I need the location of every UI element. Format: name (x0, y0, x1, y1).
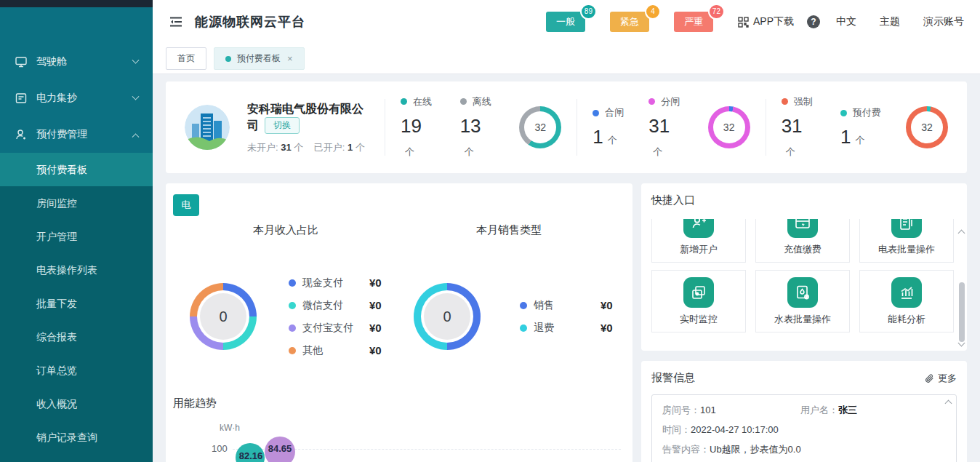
alarm-normal-count-badge: 89 (580, 4, 597, 20)
sidebar-item-batch-send[interactable]: 批量下发 (0, 287, 153, 320)
realtime-monitor-icon (690, 284, 707, 301)
scrollbar-thumb[interactable] (959, 282, 965, 342)
alarm-urgent-count-badge: 4 (645, 4, 661, 20)
trend-y-tick: 100 (212, 443, 228, 454)
alarm-info-panel: 报警信息 更多 房间号：101 用户名：张三 (641, 361, 967, 462)
alarm-title: 报警信息 (651, 371, 695, 385)
top-header: 能源物联网云平台 一般 89 紧急 4 严重 72 APP下载 (153, 0, 980, 44)
legend-item-alipay: 支付宝支付¥0 (289, 316, 382, 339)
sidebar-item-cockpit[interactable]: 驾驶舱 (0, 44, 153, 80)
alarm-more-link[interactable]: 更多 (924, 372, 957, 385)
company-info: 安科瑞电气股份有限公司切换 未开户: 31 个 已开户: 1 个 (247, 100, 369, 154)
tab-home[interactable]: 首页 (166, 47, 206, 70)
sidebar-menu: 驾驶舱 电力集抄 预付费管理 (0, 44, 153, 153)
company-summary-card: 安科瑞电气股份有限公司切换 未开户: 31 个 已开户: 1 个 在线 19个 … (166, 81, 967, 173)
income-legend: 现金支付¥0 微信支付¥0 支付宝支付¥0 其他¥0 (289, 271, 382, 362)
closed-dot (593, 110, 599, 116)
tab-bar: 首页 预付费看板 × (153, 44, 980, 74)
alarm-content-value: Ub越限，抄表值为0.0 (710, 439, 801, 459)
sidebar-item-label: 电力集抄 (36, 92, 77, 105)
sales-donut-chart: 0 (414, 283, 481, 350)
qr-code-icon (738, 17, 749, 28)
tile-recharge[interactable]: 充值缴费 (755, 219, 850, 263)
pie-charts: 本月收入占比 0 现金支付¥0 微信支付¥0 支付宝支付¥0 其他¥0 (166, 183, 632, 362)
switch-company-button[interactable]: 切换 (265, 117, 300, 134)
tile-realtime-monitor[interactable]: 实时监控 (651, 270, 746, 332)
quick-entry-panel: 快捷入口 新增开户 充值缴费 (641, 183, 967, 351)
online-status-group: 在线 19个 离线 13个 32 (401, 95, 561, 160)
alarm-user-value: 张三 (838, 400, 857, 420)
quick-entry-title: 快捷入口 (651, 194, 957, 207)
alarm-urgent-button[interactable]: 紧急 4 (610, 12, 649, 32)
sidebar-item-label: 驾驶舱 (36, 55, 67, 68)
sidebar-item-power-reading[interactable]: 电力集抄 (0, 80, 153, 116)
sidebar-item-close-records[interactable]: 销户记录查询 (0, 421, 153, 454)
app-window: 驾驶舱 电力集抄 预付费管理 预付费看板 房间监控 开户管理 电表操作列表 批量… (0, 0, 980, 462)
income-pie-block: 本月收入占比 0 现金支付¥0 微信支付¥0 支付宝支付¥0 其他¥0 (166, 223, 406, 362)
stat-open-switch: 分闸 31个 (648, 95, 683, 160)
trend-point-1-label: 82.16 (231, 450, 270, 461)
tile-meter-batch[interactable]: 电表批量操作 (859, 219, 954, 263)
sidebar-item-prepaid-mgmt[interactable]: 预付费管理 (0, 116, 153, 153)
company-avatar (185, 105, 230, 150)
online-dot (401, 98, 407, 105)
water-meter-batch-icon (794, 284, 811, 301)
account-menu[interactable]: 演示账号 (923, 15, 964, 28)
alarm-severe-button[interactable]: 严重 72 (674, 12, 713, 32)
page-title: 能源物联网云平台 (195, 13, 305, 31)
tab-close-icon[interactable]: × (287, 53, 293, 64)
sidebar-item-account-open[interactable]: 开户管理 (0, 220, 153, 253)
sales-legend: 销售¥0 退费¥0 (520, 294, 613, 339)
recharge-pay-icon (794, 219, 811, 231)
scroll-up-icon[interactable] (958, 230, 965, 237)
dashboard-row: 电 本月收入占比 0 现金支付¥0 微信支付¥0 (166, 183, 967, 462)
sidebar-item-prepaid-board[interactable]: 预付费看板 (0, 153, 153, 186)
income-pie-title: 本月收入占比 (166, 223, 406, 238)
right-column: 快捷入口 新增开户 充值缴费 (641, 183, 967, 462)
alarm-time-value: 2022-04-27 10:17:00 (691, 420, 779, 439)
sidebar: 驾驶舱 电力集抄 预付费管理 预付费看板 房间监控 开户管理 电表操作列表 批量… (0, 0, 153, 462)
dashboard-icon (15, 55, 28, 68)
help-icon[interactable]: ? (807, 15, 820, 28)
alarm-normal-button[interactable]: 一般 89 (546, 12, 585, 32)
open-dot (648, 98, 655, 105)
stat-online: 在线 19个 (401, 95, 435, 160)
quick-tile-grid: 新增开户 充值缴费 电表批量操作 (651, 219, 954, 332)
sidebar-item-label: 预付费管理 (36, 128, 87, 141)
chevron-up-icon (132, 133, 140, 140)
alarm-record[interactable]: 房间号：101 用户名：张三 时间：2022-04-27 10:17:00 告警… (651, 394, 957, 462)
main-area: 能源物联网云平台 一般 89 紧急 4 严重 72 APP下载 (153, 0, 980, 462)
tile-water-meter-batch[interactable]: 水表批量操作 (755, 270, 850, 332)
account-counts: 未开户: 31 个 已开户: 1 个 (247, 140, 369, 154)
legend-item-wechat: 微信支付¥0 (289, 294, 382, 316)
stat-prepaid: 预付费 1个 (840, 106, 881, 148)
quick-panel-scrollbar[interactable] (957, 228, 967, 348)
switch-status-group: 合闸 1个 分闸 31个 32 (593, 95, 750, 160)
energy-trend-chart: 用能趋势 kW·h 100 84.65 82.16 (173, 397, 624, 462)
energy-analysis-icon (898, 284, 915, 301)
tile-new-account[interactable]: 新增开户 (651, 219, 746, 263)
theme-switch[interactable]: 主题 (880, 15, 900, 28)
electricity-type-button[interactable]: 电 (173, 194, 199, 216)
sidebar-item-reports[interactable]: 综合报表 (0, 320, 153, 354)
alarm-room-value: 101 (700, 400, 716, 420)
sidebar-item-meter-ops[interactable]: 电表操作列表 (0, 253, 153, 287)
sidebar-submenu: 预付费看板 房间监控 开户管理 电表操作列表 批量下发 综合报表 订单总览 收入… (0, 153, 153, 462)
tile-energy-analysis[interactable]: 能耗分析 (859, 270, 954, 332)
sidebar-item-orders[interactable]: 订单总览 (0, 354, 153, 387)
content-area: 安科瑞电气股份有限公司切换 未开户: 31 个 已开户: 1 个 在线 19个 … (153, 74, 980, 462)
sales-pie-block: 本月销售类型 0 销售¥0 退费¥0 (406, 223, 632, 362)
tab-prepaid-board[interactable]: 预付费看板 × (214, 47, 305, 70)
sales-pie-title: 本月销售类型 (406, 223, 612, 238)
sidebar-item-income[interactable]: 收入概况 (0, 387, 153, 421)
forced-dot (782, 98, 788, 105)
menu-fold-icon[interactable] (169, 16, 183, 28)
alarm-scroll-up-icon[interactable] (945, 400, 952, 407)
user-icon (15, 128, 28, 141)
language-switch[interactable]: 中文 (836, 15, 856, 28)
legend-item-other: 其他¥0 (289, 339, 382, 362)
divider (577, 99, 577, 156)
app-download-link[interactable]: APP下载 (738, 15, 794, 28)
legend-item-cash: 现金支付¥0 (289, 271, 382, 294)
sidebar-item-room-monitor[interactable]: 房间监控 (0, 186, 153, 220)
